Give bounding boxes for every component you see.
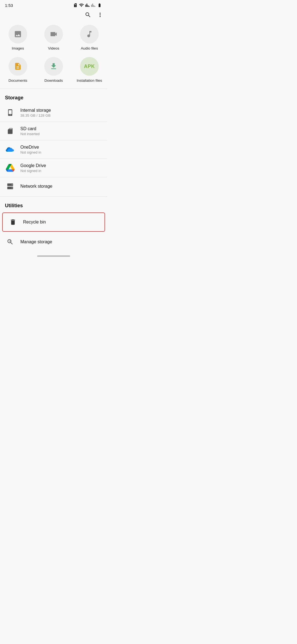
recycle-bin-item[interactable]: Recycle bin	[2, 212, 105, 232]
images-label: Images	[12, 46, 24, 50]
signal2-icon	[91, 3, 95, 7]
internal-storage-item[interactable]: Internal storage 38.35 GB / 128 GB	[0, 103, 107, 122]
search-button[interactable]	[84, 11, 92, 19]
googledrive-item[interactable]: Google Drive Not signed in	[0, 159, 107, 177]
internal-storage-label: Internal storage	[20, 108, 51, 113]
storage-title: Storage	[0, 90, 107, 103]
onedrive-subtitle: Not signed in	[20, 150, 41, 154]
svg-point-0	[9, 241, 10, 241]
audio-icon	[85, 30, 94, 38]
category-grid: Images Videos Audio files Documents	[0, 20, 107, 88]
googledrive-icon	[5, 163, 15, 173]
status-icons	[73, 3, 102, 8]
sdcard-icon	[5, 126, 15, 136]
divider-categories-storage	[0, 89, 107, 89]
utilities-title: Utilities	[0, 198, 107, 211]
googledrive-subtitle: Not signed in	[20, 169, 46, 173]
audio-icon-circle	[80, 25, 99, 43]
category-documents[interactable]: Documents	[0, 53, 36, 85]
category-audio[interactable]: Audio files	[72, 21, 107, 53]
battery-icon	[97, 3, 102, 7]
manage-storage-label: Manage storage	[20, 239, 52, 244]
audio-label: Audio files	[81, 46, 98, 50]
googledrive-text: Google Drive Not signed in	[20, 163, 46, 173]
downloads-icon-circle	[44, 57, 63, 76]
manage-icon	[5, 237, 15, 247]
status-time: 1:53	[5, 3, 13, 8]
network-icon	[5, 181, 15, 192]
wifi-icon	[79, 3, 84, 8]
videos-label: Videos	[48, 46, 59, 50]
category-installation[interactable]: APK Installation files	[72, 53, 107, 85]
apk-label: APK	[84, 64, 95, 69]
trash-icon	[8, 217, 18, 227]
internal-storage-subtitle: 38.35 GB / 128 GB	[20, 113, 51, 118]
sdcard-label: SD card	[20, 126, 40, 131]
network-storage-item[interactable]: Network storage	[0, 177, 107, 195]
phone-icon	[5, 107, 15, 118]
image-icon	[14, 30, 22, 38]
installation-label: Installation files	[77, 78, 102, 83]
internal-storage-text: Internal storage 38.35 GB / 128 GB	[20, 108, 51, 118]
home-indicator	[37, 255, 70, 257]
onedrive-text: OneDrive Not signed in	[20, 145, 41, 154]
googledrive-label: Google Drive	[20, 163, 46, 168]
video-icon	[50, 30, 58, 38]
manage-storage-item[interactable]: Manage storage	[0, 233, 107, 251]
document-icon	[14, 62, 22, 70]
category-images[interactable]: Images	[0, 21, 36, 53]
documents-icon-circle	[9, 57, 27, 76]
network-storage-text: Network storage	[20, 184, 53, 189]
sdcard-text: SD card Not inserted	[20, 126, 40, 136]
installation-icon-circle: APK	[80, 57, 99, 76]
utilities-section: Utilities Recycle bin Manage storage	[0, 198, 107, 251]
more-options-button[interactable]	[96, 11, 104, 19]
status-bar: 1:53	[0, 0, 107, 9]
category-videos[interactable]: Videos	[36, 21, 72, 53]
more-vert-icon	[97, 12, 103, 18]
sdcard-subtitle: Not inserted	[20, 132, 40, 136]
signal-icon	[85, 3, 90, 7]
divider-storage-utilities	[0, 197, 107, 197]
onedrive-icon	[5, 144, 15, 155]
documents-label: Documents	[9, 78, 27, 83]
network-storage-label: Network storage	[20, 184, 53, 189]
images-icon-circle	[9, 25, 27, 43]
storage-section: Storage Internal storage 38.35 GB / 128 …	[0, 90, 107, 195]
downloads-label: Downloads	[45, 78, 63, 83]
download-icon	[50, 62, 58, 70]
category-downloads[interactable]: Downloads	[36, 53, 72, 85]
recycle-bin-label: Recycle bin	[23, 220, 46, 225]
onedrive-item[interactable]: OneDrive Not signed in	[0, 140, 107, 159]
top-bar	[0, 9, 107, 20]
onedrive-label: OneDrive	[20, 145, 41, 150]
search-icon	[85, 12, 91, 18]
videos-icon-circle	[44, 25, 63, 43]
sdcard-item[interactable]: SD card Not inserted	[0, 122, 107, 140]
sim-icon	[73, 3, 78, 7]
